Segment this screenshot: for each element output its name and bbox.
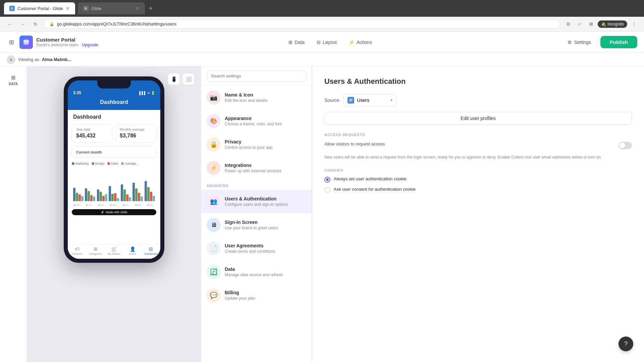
data-sidebar-button[interactable]: ⊞ DATA bbox=[6, 72, 20, 88]
settings-item-privacy[interactable]: 🔒 Privacy Control access to your app bbox=[201, 133, 312, 156]
tab-close-2[interactable]: ✕ bbox=[136, 6, 140, 11]
forward-button[interactable]: → bbox=[18, 19, 28, 29]
billing-title: Billing bbox=[225, 290, 306, 295]
viewing-name: Alma Malmb... bbox=[42, 57, 71, 62]
settings-item-users-auth[interactable]: 👥 Users & Authentication Configure users… bbox=[201, 190, 312, 213]
phone-frame: 3:35 ▌▌▌ ≋ 🔋 Dashboard Dashboard Year to… bbox=[64, 76, 164, 263]
menu-button[interactable]: ⋮ bbox=[629, 19, 639, 29]
phone-nav-orders[interactable]: 🛒 My Orders bbox=[105, 246, 123, 255]
right-panel-title: Users & Authentication bbox=[324, 77, 632, 86]
settings-item-sign-in[interactable]: 🖥 Sign-In Screen Use your brand to greet… bbox=[201, 213, 312, 237]
browser-nav-bar: ← → ↻ 🔒 go.glideapps.com/app/xQt7xJLTI9n… bbox=[0, 17, 644, 32]
bar-1-2 bbox=[90, 195, 93, 201]
tablet-view-button[interactable]: ⬜ bbox=[182, 73, 195, 85]
settings-item-name-icon[interactable]: 📷 Name & Icon Edit the icon and details bbox=[201, 86, 312, 109]
actions-nav-icon: ⚡ bbox=[349, 40, 355, 45]
source-label: Source bbox=[324, 98, 339, 103]
orders-nav-label: My Orders bbox=[108, 252, 120, 255]
cookie-ask-label: Ask user consent for authentication cook… bbox=[334, 187, 416, 192]
settings-item-user-agreements[interactable]: 📄 User Agreements Create terms and condi… bbox=[201, 237, 312, 260]
legend-marketing: Marketing bbox=[72, 162, 89, 165]
phone-nav-products[interactable]: 🏷 Products bbox=[68, 246, 86, 255]
browser-chrome: G Customer Portal - Glide ✕ G Glide ✕ + … bbox=[0, 0, 644, 32]
user-agreements-title: User Agreements bbox=[225, 243, 306, 248]
phone-status-row: 3:35 ▌▌▌ ≋ 🔋 bbox=[68, 89, 160, 97]
app-body: ⊞ DATA 📱 ⬜ 3:35 bbox=[0, 66, 644, 362]
settings-item-appearance[interactable]: 🎨 Appearance Choose a theme, color, and … bbox=[201, 109, 312, 133]
nav-actions[interactable]: ⚡ Actions bbox=[343, 37, 377, 48]
team-name: Sarah's awesome team bbox=[36, 43, 78, 47]
cast-icon[interactable]: ⊟ bbox=[564, 19, 573, 29]
cookie-option-ask[interactable]: Ask user consent for authentication cook… bbox=[324, 187, 632, 193]
made-with-icon: ⚡ bbox=[101, 210, 104, 214]
settings-item-integrations[interactable]: ⚡ Integrations Power up with external se… bbox=[201, 156, 312, 180]
upgrade-link[interactable]: Upgrade bbox=[82, 43, 98, 47]
layout-nav-label: Layout bbox=[323, 40, 337, 45]
users-auth-title: Users & Authentication bbox=[225, 196, 306, 201]
bookmark-icon[interactable]: ☆ bbox=[575, 19, 584, 29]
back-button[interactable]: ← bbox=[5, 19, 15, 29]
app-logo-area: ⊞ Customer Portal Sarah's awesome team ·… bbox=[7, 36, 98, 49]
apps-grid-icon[interactable]: ⊞ bbox=[7, 38, 16, 47]
products-nav-label: Products bbox=[72, 252, 83, 255]
search-settings-bar bbox=[201, 66, 312, 86]
cookie-option-always[interactable]: Always set user authentication cookie bbox=[324, 176, 632, 183]
integrations-title: Integrations bbox=[225, 163, 306, 168]
address-bar[interactable]: 🔒 go.glideapps.com/app/xQt7xJLTI9ncC36n6… bbox=[44, 19, 560, 29]
radio-ask[interactable] bbox=[324, 187, 330, 193]
bar-label-0: $1,9... bbox=[72, 203, 83, 206]
incognito-button[interactable]: 🕵 Incognito bbox=[598, 20, 627, 28]
sign-in-desc: Use your brand to greet users bbox=[225, 226, 306, 230]
bar-2-3 bbox=[105, 194, 107, 201]
phone-view-button[interactable]: 📱 bbox=[168, 73, 180, 85]
phone-nav-dashboard[interactable]: ⊟ Dashboard bbox=[142, 246, 160, 255]
bar-group-1 bbox=[85, 188, 95, 201]
radio-dot-always bbox=[326, 178, 329, 181]
made-with-badge-area: ⚡ Made with Glide bbox=[72, 209, 156, 215]
access-requests-section: ACCESS REQUESTS Allow visitors to reques… bbox=[324, 133, 632, 160]
bar-labels: $1,9... $2,1... $1,5... $1,87... $2,7...… bbox=[72, 203, 156, 206]
access-requests-toggle[interactable] bbox=[619, 142, 632, 149]
tab-inactive[interactable]: G Glide ✕ bbox=[78, 2, 145, 14]
bar-5-1 bbox=[135, 188, 138, 201]
users-auth-icon: 👥 bbox=[207, 194, 221, 208]
help-button[interactable]: ? bbox=[619, 337, 633, 351]
phone-nav-users[interactable]: 👤 Users bbox=[123, 246, 142, 255]
phone-screen: 3:35 ▌▌▌ ≋ 🔋 Dashboard Dashboard Year to… bbox=[68, 80, 160, 259]
settings-item-data[interactable]: 🔄 Data Manage data source and refresh bbox=[201, 260, 312, 284]
phone-nav-categories[interactable]: ⊞ Categories bbox=[86, 246, 105, 255]
bar-group-6 bbox=[145, 181, 155, 201]
bar-group-4 bbox=[121, 184, 131, 201]
app-title-group: Customer Portal Sarah's awesome team · U… bbox=[36, 37, 98, 47]
name-icon-text: Name & Icon Edit the icon and details bbox=[225, 92, 306, 103]
search-settings-input[interactable] bbox=[207, 70, 306, 81]
new-tab-button[interactable]: + bbox=[149, 5, 153, 12]
bar-2-2 bbox=[102, 196, 105, 201]
tab-active[interactable]: G Customer Portal - Glide ✕ bbox=[4, 2, 75, 14]
nav-data[interactable]: ⊞ Data bbox=[283, 37, 310, 48]
source-select[interactable]: Users ▾ bbox=[343, 94, 397, 107]
bar-label-3: $1,87... bbox=[109, 203, 120, 206]
publish-button[interactable]: Publish bbox=[600, 36, 637, 48]
tab-close-1[interactable]: ✕ bbox=[66, 6, 70, 11]
settings-item-billing[interactable]: 💬 Billing Update your plan bbox=[201, 284, 312, 307]
bar-4-0 bbox=[121, 184, 123, 201]
nav-layout[interactable]: ⊟ Layout bbox=[311, 37, 342, 48]
extension-icon[interactable]: ⊞ bbox=[586, 19, 596, 29]
settings-panel: 📷 Name & Icon Edit the icon and details … bbox=[201, 66, 312, 362]
data-settings-text: Data Manage data source and refresh bbox=[225, 266, 306, 277]
bar-1-0 bbox=[85, 188, 87, 201]
bar-0-1 bbox=[76, 193, 78, 201]
url-text: go.glideapps.com/app/xQt7xJLTI9ncC36n6Uh… bbox=[57, 21, 176, 26]
radio-always[interactable] bbox=[324, 177, 330, 183]
edit-profiles-button[interactable]: Edit user profiles bbox=[324, 112, 632, 125]
reload-button[interactable]: ↻ bbox=[31, 19, 40, 29]
phone-dashboard-title: Dashboard bbox=[72, 114, 156, 120]
billing-text: Billing Update your plan bbox=[225, 290, 306, 301]
dot-separator: · bbox=[79, 43, 80, 47]
layout-nav-icon: ⊟ bbox=[317, 40, 321, 45]
bar-chart bbox=[72, 168, 156, 201]
bar-label-1: $2,1... bbox=[84, 203, 95, 206]
stat-year-label: Year total bbox=[76, 128, 108, 131]
settings-button[interactable]: ⚙ Settings bbox=[562, 37, 596, 48]
